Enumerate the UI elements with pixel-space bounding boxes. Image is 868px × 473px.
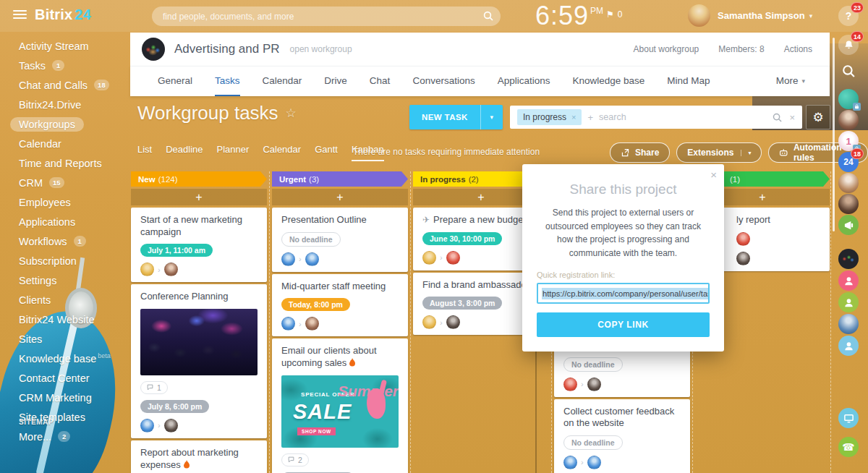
bitrix24-logo[interactable]: Bitrix24 bbox=[35, 7, 91, 23]
avatar[interactable] bbox=[305, 252, 319, 266]
avatar[interactable] bbox=[422, 251, 436, 265]
notifications-button[interactable]: 14 bbox=[838, 35, 859, 55]
share-button[interactable]: Share bbox=[610, 142, 670, 163]
clear-filter-icon[interactable]: × bbox=[789, 112, 795, 123]
sidebar-item-settings[interactable]: Settings bbox=[0, 270, 130, 290]
extensions-button[interactable]: Extensions ▾ bbox=[676, 142, 762, 163]
tab-general[interactable]: General bbox=[158, 67, 192, 96]
rail-search-button[interactable] bbox=[838, 61, 859, 81]
tab-applications[interactable]: Applications bbox=[498, 67, 550, 96]
sidebar-item-bitrix24-drive[interactable]: Bitrix24.Drive bbox=[0, 95, 130, 114]
chat-avatar[interactable] bbox=[838, 173, 859, 193]
sitemap-link[interactable]: SITEMAP bbox=[19, 418, 54, 426]
avatar[interactable] bbox=[563, 378, 577, 391]
task-card[interactable]: Mid-quarter staff meeting Today, 8:00 pm… bbox=[272, 274, 408, 337]
view-planner[interactable]: Planner bbox=[217, 144, 250, 161]
tab-mind-map[interactable]: Mind Map bbox=[667, 67, 710, 96]
search-icon[interactable] bbox=[773, 113, 782, 122]
new-task-button[interactable]: NEW TASK ▾ bbox=[409, 105, 503, 129]
avatar[interactable] bbox=[305, 317, 319, 331]
sidebar-item-workgroups[interactable]: Workgroups bbox=[0, 114, 130, 134]
flag-counter[interactable]: ⚑ 0 bbox=[606, 9, 622, 20]
copy-link-button[interactable]: COPY LINK bbox=[537, 312, 710, 337]
avatar[interactable] bbox=[281, 317, 295, 331]
registration-link-input[interactable]: https://cp.bitrix.com/company/personal/u… bbox=[537, 283, 710, 304]
avatar[interactable] bbox=[736, 232, 750, 246]
view-calendar[interactable]: Calendar bbox=[263, 144, 301, 161]
deadline-badge[interactable]: No deadline bbox=[281, 232, 341, 247]
tab-conversations[interactable]: Conversations bbox=[412, 67, 475, 96]
members-link[interactable]: Members: 8 bbox=[718, 44, 764, 54]
sidebar-item-crm-marketing[interactable]: CRM Marketing bbox=[0, 388, 130, 407]
avatar[interactable] bbox=[140, 263, 154, 276]
chat-avatar[interactable] bbox=[838, 194, 859, 214]
bitrix24-messenger-button[interactable]: 24 18 bbox=[838, 152, 859, 172]
sidebar-item-crm[interactable]: CRM15 bbox=[0, 173, 130, 192]
avatar[interactable] bbox=[281, 252, 295, 266]
task-card[interactable]: Presentation Outline No deadline › bbox=[272, 208, 408, 272]
deadline-badge[interactable]: No deadline bbox=[563, 435, 623, 450]
avatar[interactable] bbox=[587, 378, 601, 391]
sidebar-item-chat-and-calls[interactable]: Chat and Calls18 bbox=[0, 75, 130, 95]
task-card[interactable]: Conference Planning 1 July 8, 6:00 pm › bbox=[131, 284, 267, 438]
view-deadline[interactable]: Deadline bbox=[166, 144, 203, 161]
sidebar-item-bitrix24-website[interactable]: Bitrix24 Website bbox=[0, 310, 130, 329]
avatar[interactable] bbox=[563, 456, 577, 469]
search-icon[interactable] bbox=[483, 11, 493, 24]
invite-user-button[interactable] bbox=[838, 270, 859, 291]
add-task-button[interactable]: + bbox=[131, 189, 267, 205]
avatar[interactable] bbox=[736, 252, 750, 265]
avatar[interactable] bbox=[140, 419, 154, 432]
view-list[interactable]: List bbox=[137, 144, 152, 161]
task-card[interactable]: Collect customer feedback on the website… bbox=[554, 399, 690, 473]
sidebar-item-contact-center[interactable]: Contact Center bbox=[0, 368, 130, 388]
workgroup-avatar[interactable] bbox=[142, 38, 165, 61]
actions-link[interactable]: Actions bbox=[784, 44, 812, 54]
sidebar-item-more[interactable]: More...2 bbox=[0, 427, 130, 446]
user-avatar[interactable] bbox=[688, 4, 710, 27]
avatar[interactable] bbox=[587, 456, 601, 469]
workgroup-chat-avatar[interactable] bbox=[838, 249, 859, 269]
task-card[interactable]: Report about marketing expenses 1 July 1… bbox=[131, 440, 267, 473]
sidebar-item-clients[interactable]: Clients bbox=[0, 290, 130, 310]
user-menu[interactable]: Samantha Simpson ▾ bbox=[718, 10, 812, 21]
chat-avatar[interactable] bbox=[838, 110, 859, 130]
guest-user-button[interactable] bbox=[838, 336, 859, 356]
about-workgroup-link[interactable]: About workgroup bbox=[634, 44, 699, 54]
callback-button[interactable]: ☎ bbox=[838, 437, 859, 457]
chat-avatar[interactable] bbox=[838, 314, 859, 334]
tab-drive[interactable]: Drive bbox=[324, 67, 347, 96]
clock[interactable]: 6:59 PM bbox=[535, 1, 603, 31]
sidebar-item-tasks[interactable]: Tasks1 bbox=[0, 56, 130, 75]
avatar[interactable] bbox=[422, 315, 436, 329]
global-search-input[interactable] bbox=[152, 7, 501, 26]
avatar[interactable] bbox=[446, 251, 460, 265]
filter-chip-in-progress[interactable]: In progress × bbox=[517, 109, 582, 125]
task-filter-input[interactable]: In progress × + search × bbox=[510, 106, 802, 129]
column-header-urgent[interactable]: Urgent (3) bbox=[272, 171, 408, 187]
deadline-badge[interactable]: July 1, 11:00 am bbox=[140, 244, 213, 257]
remove-filter-icon[interactable]: × bbox=[571, 113, 576, 122]
hamburger-menu-icon[interactable] bbox=[13, 10, 27, 20]
sidebar-item-applications[interactable]: Applications bbox=[0, 212, 130, 231]
tab-more[interactable]: More ▾ bbox=[776, 67, 805, 96]
sidebar-item-time-and-reports[interactable]: Time and Reports bbox=[0, 153, 130, 173]
chevron-down-icon[interactable]: ▾ bbox=[741, 150, 751, 156]
sidebar-item-workflows[interactable]: Workflows1 bbox=[0, 231, 130, 251]
sidebar-item-subscription[interactable]: Subscription bbox=[0, 251, 130, 270]
view-gantt[interactable]: Gantt bbox=[315, 144, 338, 161]
sidebar-item-sites[interactable]: Sites bbox=[0, 329, 130, 349]
sidebar-item-calendar[interactable]: Calendar bbox=[0, 134, 130, 153]
employee-button[interactable] bbox=[838, 292, 859, 312]
avatar[interactable] bbox=[446, 315, 460, 329]
avatar[interactable] bbox=[164, 263, 178, 276]
chat-avatar-group[interactable] bbox=[838, 89, 859, 109]
deadline-badge[interactable]: June 30, 10:00 pm bbox=[422, 232, 502, 245]
add-task-button[interactable]: + bbox=[272, 189, 408, 205]
deadline-badge[interactable]: July 8, 6:00 pm bbox=[140, 400, 209, 413]
page-scrollbar[interactable] bbox=[833, 38, 835, 231]
tab-chat[interactable]: Chat bbox=[370, 67, 391, 96]
sidebar-item-employees[interactable]: Employees bbox=[0, 192, 130, 212]
sidebar-item-activity-stream[interactable]: Activity Stream bbox=[0, 36, 130, 56]
task-card[interactable]: Start of a new marketing campaign July 1… bbox=[131, 208, 267, 282]
